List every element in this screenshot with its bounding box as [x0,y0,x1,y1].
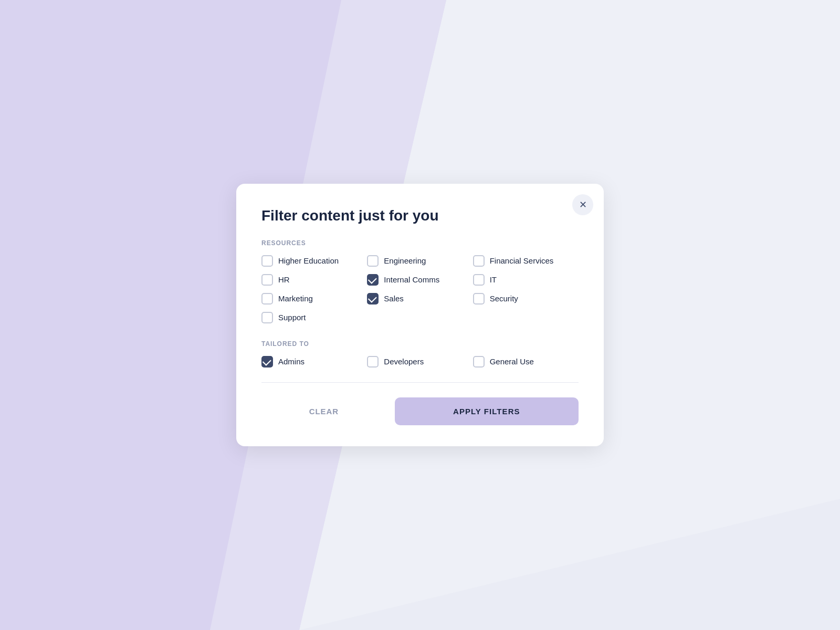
footer: CLEAR APPLY FILTERS [261,397,579,425]
checkbox-label-security: Security [490,294,518,303]
checkbox-label-internal-comms: Internal Comms [384,275,439,284]
filter-modal: ✕ Filter content just for you RESOURCES … [236,184,604,446]
checkbox-label-sales: Sales [384,294,404,303]
checkbox-label-general-use: General Use [490,357,534,366]
checkbox-label-support: Support [278,313,306,322]
divider [261,382,579,383]
checkbox-item-internal-comms[interactable]: Internal Comms [367,274,472,286]
checkbox-label-hr: HR [278,275,290,284]
tailored-label: TAILORED TO [261,340,579,348]
resources-section: RESOURCES Higher EducationEngineeringFin… [261,239,579,323]
checkbox-hr[interactable] [261,274,273,286]
checkbox-label-marketing: Marketing [278,294,313,303]
checkbox-label-it: IT [490,275,497,284]
checkbox-label-developers: Developers [384,357,424,366]
checkbox-higher-education[interactable] [261,255,273,267]
checkbox-item-admins[interactable]: Admins [261,356,367,368]
checkbox-general-use[interactable] [473,356,485,368]
checkbox-engineering[interactable] [367,255,379,267]
checkbox-internal-comms[interactable] [367,274,379,286]
apply-filters-button[interactable]: APPLY FILTERS [395,397,579,425]
checkbox-item-engineering[interactable]: Engineering [367,255,472,267]
checkbox-item-financial-services[interactable]: Financial Services [473,255,579,267]
checkbox-developers[interactable] [367,356,379,368]
checkbox-label-financial-services: Financial Services [490,256,554,265]
checkbox-item-marketing[interactable]: Marketing [261,293,367,304]
checkbox-item-security[interactable]: Security [473,293,579,304]
resources-grid: Higher EducationEngineeringFinancial Ser… [261,255,579,323]
checkbox-label-engineering: Engineering [384,256,426,265]
checkbox-item-hr[interactable]: HR [261,274,367,286]
checkbox-item-sales[interactable]: Sales [367,293,472,304]
checkbox-support[interactable] [261,312,273,323]
checkbox-label-higher-education: Higher Education [278,256,339,265]
checkbox-admins[interactable] [261,356,273,368]
checkbox-security[interactable] [473,293,485,304]
clear-button[interactable]: CLEAR [261,397,386,425]
checkbox-item-higher-education[interactable]: Higher Education [261,255,367,267]
checkbox-financial-services[interactable] [473,255,485,267]
close-button[interactable]: ✕ [572,194,593,215]
checkbox-item-developers[interactable]: Developers [367,356,472,368]
checkbox-label-admins: Admins [278,357,304,366]
checkbox-sales[interactable] [367,293,379,304]
checkbox-item-general-use[interactable]: General Use [473,356,579,368]
checkbox-item-support[interactable]: Support [261,312,367,323]
resources-label: RESOURCES [261,239,579,247]
checkbox-marketing[interactable] [261,293,273,304]
checkbox-it[interactable] [473,274,485,286]
tailored-section: TAILORED TO AdminsDevelopersGeneral Use [261,340,579,368]
tailored-grid: AdminsDevelopersGeneral Use [261,356,579,368]
checkbox-item-it[interactable]: IT [473,274,579,286]
modal-title: Filter content just for you [261,207,579,225]
